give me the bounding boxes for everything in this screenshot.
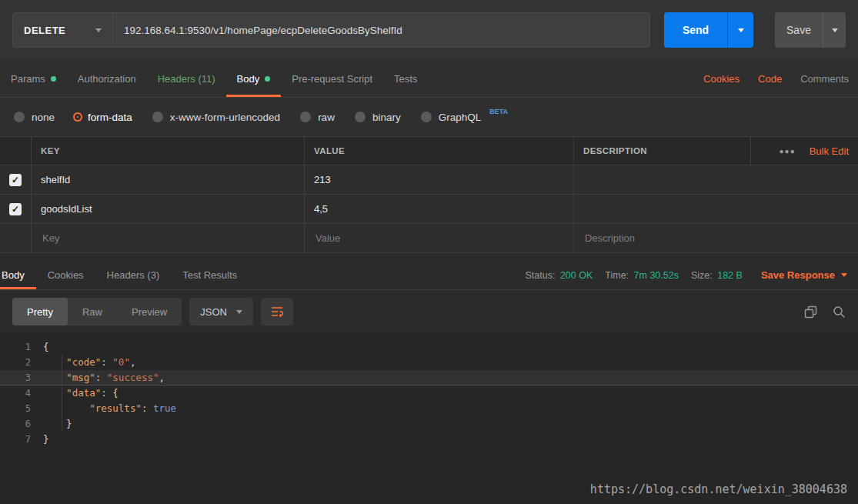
code-line: 4 "data": {	[0, 386, 858, 401]
mode-label: raw	[318, 112, 335, 123]
more-options-icon[interactable]: ●●●	[780, 147, 796, 155]
code-line: 3 "msg": "success",	[0, 370, 858, 386]
mode-none[interactable]: none	[14, 112, 55, 123]
description-cell[interactable]	[573, 195, 858, 223]
radio-icon	[152, 112, 163, 122]
response-tab-test-results[interactable]: Test Results	[171, 261, 249, 289]
chevron-down-icon	[95, 28, 102, 32]
code-line: 6 }	[0, 416, 858, 432]
search-button[interactable]	[833, 305, 846, 319]
description-column-header: DESCRIPTION	[573, 137, 750, 165]
code-link[interactable]: Code	[758, 73, 782, 85]
postman-window: DELETE Send Save Params Authorization	[0, 0, 858, 504]
code-token	[43, 356, 66, 368]
response-tab-body[interactable]: Body	[0, 261, 36, 289]
table-placeholder-row	[0, 224, 858, 253]
tab-label: Tests	[394, 73, 417, 85]
save-response-button[interactable]: Save Response	[761, 269, 847, 281]
radio-icon	[300, 112, 311, 122]
view-raw[interactable]: Raw	[68, 298, 117, 325]
code-text: }	[43, 432, 49, 447]
tab-headers[interactable]: Headers (11)	[147, 60, 226, 97]
watermark: https://blog.csdn.net/weixin_38004638	[590, 482, 847, 496]
code-token: {	[43, 341, 49, 352]
chevron-down-icon	[832, 28, 838, 32]
new-key-input[interactable]	[41, 232, 295, 245]
key-cell[interactable]: goodsIdList	[31, 195, 304, 223]
view-pretty[interactable]: Pretty	[12, 298, 68, 325]
tab-label: Body	[237, 73, 260, 85]
save-button[interactable]: Save	[775, 12, 823, 48]
status-item: Status: 200 OK	[525, 270, 593, 281]
code-token: "code"	[66, 356, 101, 368]
description-cell[interactable]	[573, 165, 858, 194]
response-tab-headers[interactable]: Headers (3)	[95, 261, 172, 289]
format-label: JSON	[200, 306, 227, 318]
tab-pre-request-script[interactable]: Pre-request Script	[281, 60, 383, 97]
code-text: "code": "0",	[43, 355, 135, 370]
view-mode-switch: Pretty Raw Preview	[12, 298, 182, 325]
status-value: 200 OK	[560, 270, 593, 281]
code-text: {	[43, 339, 49, 355]
time-value: 7m 30.52s	[634, 270, 679, 281]
code-text: "data": {	[43, 386, 119, 401]
tab-tests[interactable]: Tests	[383, 60, 428, 97]
new-value-input[interactable]	[314, 232, 564, 245]
mode-label: x-www-form-urlencoded	[170, 112, 280, 123]
green-dot-icon	[51, 76, 56, 82]
code-token: : {	[101, 387, 119, 399]
key-column-header: KEY	[31, 137, 304, 165]
copy-button[interactable]	[804, 305, 817, 319]
value-cell[interactable]: 213	[304, 165, 573, 194]
view-preview[interactable]: Preview	[117, 298, 182, 325]
radio-icon	[421, 112, 432, 122]
method-dropdown[interactable]: DELETE	[13, 13, 113, 47]
code-token: :	[101, 356, 112, 368]
code-token: "success"	[107, 372, 159, 383]
key-cell[interactable]: shelfId	[31, 165, 304, 194]
save-options-button[interactable]	[823, 12, 846, 48]
url-input[interactable]	[113, 13, 649, 47]
response-toolbar: Pretty Raw Preview JSON	[0, 290, 858, 333]
row-checkbox[interactable]: ✓	[9, 174, 22, 186]
wrap-lines-button[interactable]	[261, 298, 293, 325]
checkbox-cell: ✓	[0, 165, 31, 194]
mode-raw[interactable]: raw	[300, 112, 335, 123]
code-token	[43, 372, 66, 383]
tab-label: Authorization	[78, 73, 136, 85]
chevron-down-icon	[738, 28, 744, 32]
comments-link[interactable]: Comments	[800, 73, 849, 85]
line-number: 7	[0, 432, 43, 447]
send-group: Send	[664, 12, 753, 48]
code-token: "data"	[66, 387, 101, 399]
mode-graphql[interactable]: GraphQL BETA	[421, 112, 508, 123]
green-dot-icon	[265, 76, 270, 82]
tab-params[interactable]: Params	[0, 60, 67, 97]
line-number: 3	[0, 370, 43, 385]
size-item: Size: 182 B	[691, 270, 743, 281]
value-column-header: VALUE	[304, 137, 573, 165]
format-dropdown[interactable]: JSON	[189, 298, 253, 325]
mode-x-www-form-urlencoded[interactable]: x-www-form-urlencoded	[152, 112, 280, 123]
row-checkbox[interactable]: ✓	[9, 203, 22, 215]
table-row: ✓ goodsIdList 4,5	[0, 195, 858, 224]
tab-label: Params	[11, 73, 45, 85]
mode-binary[interactable]: binary	[355, 112, 401, 123]
send-button[interactable]: Send	[664, 12, 727, 48]
response-tab-cookies[interactable]: Cookies	[36, 261, 95, 289]
beta-badge: BETA	[489, 108, 508, 115]
mode-form-data[interactable]: form-data	[75, 112, 132, 123]
value-cell[interactable]: 4,5	[304, 195, 573, 223]
radio-icon	[355, 112, 366, 122]
code-token: ,	[159, 372, 165, 383]
cookies-link[interactable]: Cookies	[703, 73, 739, 85]
tab-body[interactable]: Body	[226, 60, 282, 97]
bulk-edit-button[interactable]: Bulk Edit	[810, 145, 849, 157]
code-lines: 1{2 "code": "0",3 "msg": "success",4 "da…	[0, 339, 858, 447]
response-body-viewer[interactable]: 1{2 "code": "0",3 "msg": "success",4 "da…	[0, 333, 858, 504]
new-description-input[interactable]	[583, 232, 849, 245]
tab-authorization[interactable]: Authorization	[67, 60, 147, 97]
code-token: "msg"	[66, 372, 95, 383]
code-token	[43, 387, 66, 399]
send-options-button[interactable]	[727, 12, 753, 48]
